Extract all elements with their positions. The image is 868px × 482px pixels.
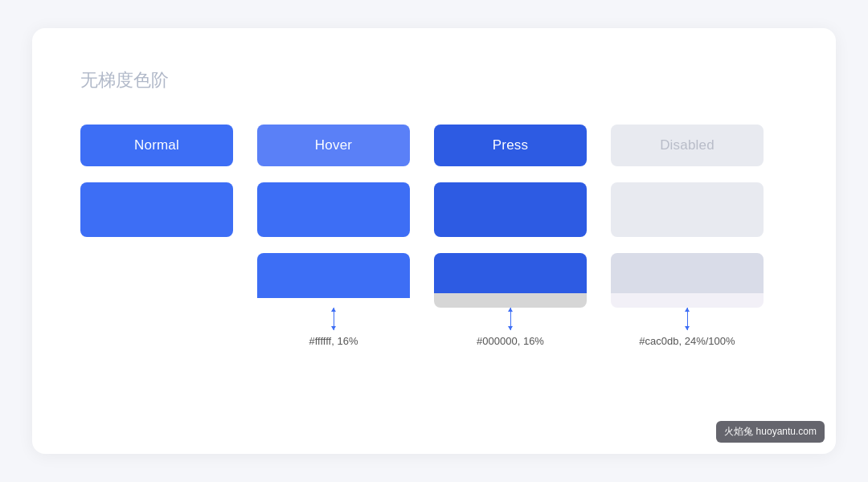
hover-annotation: #ffffff, 16% bbox=[257, 253, 410, 347]
press-swatch-top bbox=[434, 253, 587, 293]
swatch-normal bbox=[80, 182, 233, 237]
main-card: 无梯度色阶 Normal Hover #ffffff, 16% Press bbox=[32, 28, 836, 454]
hover-swatch-top bbox=[257, 253, 410, 298]
hover-arrow bbox=[334, 308, 334, 330]
columns-container: Normal Hover #ffffff, 16% Press bbox=[80, 125, 788, 347]
press-annotation: #000000, 16% bbox=[434, 253, 587, 347]
watermark: 火焰兔 huoyantu.com bbox=[716, 421, 825, 443]
disabled-swatch-top bbox=[611, 253, 764, 293]
disabled-swatch-stack bbox=[611, 253, 764, 308]
swatch-hover-base bbox=[257, 182, 410, 237]
btn-disabled: Disabled bbox=[611, 125, 764, 166]
swatch-disabled-base bbox=[611, 182, 764, 237]
page-title: 无梯度色阶 bbox=[80, 68, 788, 92]
disabled-annotation-text: #cac0db, 24%/100% bbox=[639, 335, 735, 347]
btn-hover[interactable]: Hover bbox=[257, 125, 410, 166]
col-press: Press #000000, 16% bbox=[434, 125, 611, 347]
press-arrow bbox=[510, 308, 511, 330]
hover-swatch-overlay bbox=[257, 298, 410, 308]
col-disabled: Disabled #cac0db, 24%/100% bbox=[611, 125, 788, 347]
btn-normal[interactable]: Normal bbox=[80, 125, 233, 166]
btn-press[interactable]: Press bbox=[434, 125, 587, 166]
col-hover: Hover #ffffff, 16% bbox=[257, 125, 434, 347]
disabled-arrow bbox=[687, 308, 688, 330]
disabled-annotation: #cac0db, 24%/100% bbox=[611, 253, 764, 347]
swatch-press-base bbox=[434, 182, 587, 237]
hover-swatch-stack bbox=[257, 253, 410, 308]
hover-annotation-text: #ffffff, 16% bbox=[309, 335, 358, 347]
disabled-swatch-overlay bbox=[611, 293, 764, 308]
press-annotation-text: #000000, 16% bbox=[477, 335, 544, 347]
col-normal: Normal bbox=[80, 125, 257, 347]
press-swatch-overlay bbox=[434, 293, 587, 308]
press-swatch-stack bbox=[434, 253, 587, 308]
